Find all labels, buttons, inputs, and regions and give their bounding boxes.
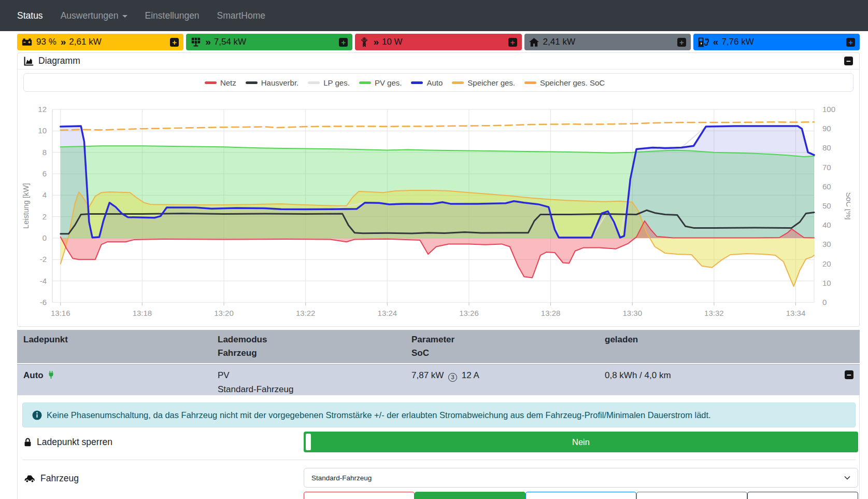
solar-panel-icon: [191, 37, 201, 47]
chargepoint-detail-panel: Keine Phasenumschaltung, da das Fahrzeug…: [17, 395, 860, 499]
svg-text:13:16: 13:16: [51, 309, 70, 317]
svg-text:2: 2: [42, 212, 47, 221]
plug-icon: [48, 371, 54, 379]
svg-text:4: 4: [42, 190, 47, 199]
grid-power: 10 W: [382, 37, 403, 47]
svg-text:60: 60: [822, 182, 831, 191]
info-circle-icon: [32, 410, 42, 420]
caret-down-icon: [122, 15, 127, 18]
lademodus-button[interactable]: [747, 492, 858, 499]
svg-text:0: 0: [822, 298, 827, 307]
col-parameter-soc: ParameterSoC: [405, 333, 599, 360]
chart-legend: NetzHausverbr.LP ges.PV ges.AutoSpeicher…: [23, 73, 853, 92]
fahrzeug-value: Standard-Fahrzeug: [218, 382, 399, 396]
expand-plus-button[interactable]: +: [339, 38, 348, 47]
svg-text:30: 30: [822, 240, 831, 248]
legend-item-netz[interactable]: Netz: [205, 78, 236, 87]
area-chart-icon: [24, 56, 34, 66]
svg-text:13:28: 13:28: [541, 309, 561, 317]
nav-item-auswertungen[interactable]: Auswertungen: [61, 10, 127, 21]
svg-text:10: 10: [822, 279, 831, 287]
chargepoint-power: 7,76 kW: [721, 37, 753, 47]
svg-text:12: 12: [38, 105, 47, 114]
legend-item-hausverbr-[interactable]: Hausverbr.: [246, 78, 299, 87]
house-icon: [529, 38, 539, 47]
diagram-title: Diagramm: [38, 56, 80, 66]
legend-swatch: [308, 81, 320, 84]
nav-item-einstellungen[interactable]: Einstellungen: [145, 10, 200, 21]
collapse-minus-button[interactable]: −: [844, 57, 853, 65]
legend-label: Netz: [220, 78, 236, 87]
col-lademodus-fahrzeug: LademodusFahrzeug: [211, 333, 405, 360]
lock-icon: [24, 438, 32, 447]
vehicle-label: Fahrzeug: [24, 473, 79, 484]
lock-chargepoint-label: Ladepunkt sperren: [24, 437, 112, 448]
pv-power: 7,54 kW: [214, 37, 246, 47]
nav-item-smarthome[interactable]: SmartHome: [217, 10, 265, 21]
legend-item-speicher-ges-[interactable]: Speicher ges.: [452, 78, 515, 87]
svg-text:40: 40: [822, 220, 831, 229]
geladen-value: 0,8 kWh / 4,0 km: [605, 368, 671, 382]
col-geladen: geladen: [599, 333, 860, 360]
vehicle-select[interactable]: Standard-Fahrzeug: [304, 468, 858, 488]
battery-soc: 93 %: [36, 37, 56, 47]
toggle-handle: [306, 434, 311, 450]
grid-status-badge[interactable]: » 10 W +: [355, 34, 521, 50]
arrow-right-icon: »: [61, 36, 65, 48]
divider: [22, 460, 856, 460]
lademodus-button[interactable]: [304, 492, 415, 499]
chargepoint-status-badge[interactable]: « 7,76 kW +: [693, 34, 860, 50]
power-soc-chart: -6-4-2024681012010203040506070809010013:…: [21, 95, 850, 323]
svg-text:0: 0: [42, 233, 47, 242]
lademodus-button[interactable]: [525, 492, 636, 499]
parameter-power: 7,87 kW: [411, 370, 444, 380]
house-power: 2,41 kW: [543, 37, 575, 47]
legend-label: LP ges.: [323, 78, 350, 87]
svg-text:-2: -2: [40, 255, 47, 264]
expand-plus-button[interactable]: +: [677, 38, 686, 47]
table-header: Ladepunkt LademodusFahrzeug ParameterSoC…: [17, 330, 860, 364]
lademodus-value: PV: [218, 368, 399, 382]
status-badges-row: 93 % » 2,61 kW + » 7,54 kW + » 10 W + 2,…: [17, 34, 860, 50]
chevron-down-icon: [844, 476, 850, 480]
lock-toggle-button[interactable]: Nein: [304, 432, 858, 452]
legend-item-pv-ges-[interactable]: PV ges.: [359, 78, 402, 87]
battery-status-badge[interactable]: 93 % » 2,61 kW +: [17, 34, 183, 50]
lademodus-button-group: [304, 492, 858, 499]
battery-power: 2,61 kW: [69, 37, 101, 47]
svg-text:13:18: 13:18: [133, 309, 152, 317]
svg-text:-6: -6: [40, 298, 47, 307]
top-navbar: Status Auswertungen Einstellungen SmartH…: [0, 0, 868, 31]
pv-status-badge[interactable]: » 7,54 kW +: [186, 34, 352, 50]
svg-text:6: 6: [42, 169, 47, 178]
parameter-current: 12 A: [462, 370, 479, 380]
expand-plus-button[interactable]: +: [170, 38, 179, 47]
svg-text:10: 10: [38, 126, 47, 135]
lademodus-button[interactable]: [636, 492, 747, 499]
alert-text: Keine Phasenumschaltung, da das Fahrzeug…: [47, 410, 711, 420]
legend-item-speicher-ges-soc[interactable]: Speicher ges. SoC: [524, 78, 605, 87]
expand-plus-button[interactable]: +: [508, 38, 517, 47]
svg-text:50: 50: [822, 201, 831, 210]
legend-item-auto[interactable]: Auto: [411, 78, 443, 87]
arrow-right-icon: »: [205, 36, 210, 48]
expand-plus-button[interactable]: +: [846, 38, 855, 47]
charging-station-icon: [698, 37, 709, 47]
svg-text:90: 90: [822, 124, 831, 133]
svg-text:SoC [%]: SoC [%]: [845, 192, 850, 219]
house-status-badge[interactable]: 2,41 kW +: [524, 34, 691, 50]
svg-text:8: 8: [42, 148, 47, 157]
col-ladepunkt: Ladepunkt: [17, 333, 211, 360]
legend-swatch: [524, 81, 536, 84]
arrow-right-icon: »: [373, 36, 378, 48]
row-collapse-minus-button[interactable]: −: [845, 370, 853, 379]
svg-text:13:24: 13:24: [378, 309, 397, 317]
nav-item-status[interactable]: Status: [17, 10, 43, 21]
lademodus-button[interactable]: [415, 492, 525, 499]
legend-swatch: [246, 81, 258, 84]
vehicle-select-value: Standard-Fahrzeug: [311, 474, 372, 482]
legend-item-lp-ges-[interactable]: LP ges.: [308, 78, 350, 87]
svg-text:13:26: 13:26: [459, 309, 479, 317]
svg-text:13:22: 13:22: [296, 309, 316, 317]
svg-text:Leistung [kW]: Leistung [kW]: [22, 183, 30, 229]
